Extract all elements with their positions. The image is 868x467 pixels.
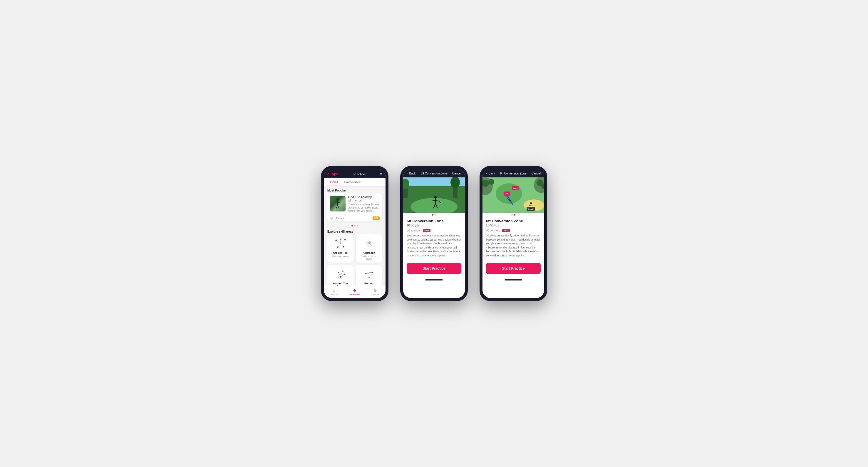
tabs-bar: Drills Favourites [324,178,385,187]
phone3-content: Hit Miss SAND [483,177,544,298]
tab-favourites[interactable]: Favourites [341,178,364,186]
svg-line-67 [529,206,533,206]
phone3-detail-info: 6ft Conversion Zone 10-50 yds ☆ 🕐 20 sho… [483,216,544,260]
svg-line-27 [341,271,343,275]
skill-desc-approach: Dial-in to hit the green [358,255,380,260]
skill-card-around-green[interactable]: Around The Green Hone your short game [327,265,353,286]
phone1-content: Most Popular [324,187,385,286]
svg-point-55 [488,179,494,185]
back-button[interactable]: < Back [407,172,416,175]
phone2-header: < Back 6ft Conversion Zone Cancel [403,169,465,177]
phone-1: clippd Practice ≡ Drills Favourites Most… [321,166,389,301]
phone3-favourite-icon[interactable]: ☆ [538,219,541,222]
drill-card-subtitle: Off The Tee [348,199,372,202]
svg-point-12 [343,246,344,247]
most-popular-label: Most Popular [324,187,385,193]
drill-favourite-icon[interactable]: ☆ [459,219,461,222]
menu-icon[interactable]: ≡ [380,172,382,176]
drill-photo [403,177,465,213]
skill-name-approach: Approach [363,252,375,254]
drill-title: 6ft Conversion Zone [407,219,444,223]
svg-line-7 [341,240,345,244]
phone1-header: clippd Practice ≡ [324,169,385,178]
phone3-start-practice-button[interactable]: Start Practice [486,263,541,274]
home-bar [425,279,443,280]
svg-text:SAND: SAND [528,208,533,210]
phone2-content: 6ft Conversion Zone 10-50 yds ☆ 🕐 20 sho… [403,177,465,298]
drill-range: 10-50 yds [407,224,444,227]
featured-drill-card[interactable]: Find The Fairway Off The Tee ☆ Create an… [327,193,382,222]
svg-point-31 [369,277,370,278]
phone3-drill-meta: 🕐 20 shots ARG [486,229,541,232]
capture-icon: ⊕ [373,288,377,293]
nav-activities-label: Activities [349,293,360,296]
golfer-svg [333,198,342,209]
svg-line-6 [336,240,341,244]
start-practice-button[interactable]: Start Practice [407,263,461,274]
home-indicator [403,277,465,282]
skill-icon-atg [333,268,348,281]
drill-tag: ARG [423,229,431,232]
home-icon: ⌂ [333,288,335,293]
drill-card-title: Find The Fairway [348,196,372,199]
skill-card-putting[interactable]: Putting Make and lag practice [356,265,382,286]
favourite-star-icon[interactable]: ☆ [377,196,380,199]
nav-home-label: Home [331,293,337,296]
svg-point-65 [530,202,532,204]
drill-card-desc: Create an imaginary fairway using trees … [348,203,380,213]
drill-card-info: Find The Fairway Off The Tee ☆ Create an… [348,196,380,213]
tab-drills[interactable]: Drills [327,178,341,186]
skill-desc-ott: Power accuracy [332,255,349,258]
phone3-home-indicator [483,277,544,282]
nav-capture-label: Capture [371,293,379,296]
svg-point-18 [369,243,370,244]
phone3-drill-tag: ARG [502,229,510,232]
phone3-home-bar [504,279,522,280]
ott-tag: OTT [373,216,380,220]
nav-home[interactable]: ⌂ Home [324,288,344,296]
drill-meta: 🕐 20 shots ARG [407,229,461,232]
skill-name-ott: Off The Tee [333,252,348,254]
svg-point-11 [344,239,346,240]
skill-card-off-the-tee[interactable]: Off The Tee Power accuracy [327,234,353,263]
explore-label: Explore skill areas [324,228,385,234]
app-logo: clippd [327,172,339,176]
cancel-button[interactable]: Cancel [452,172,461,175]
phone3-cancel-button[interactable]: Cancel [532,172,541,175]
svg-line-3 [336,205,338,208]
phone2-title: 6ft Conversion Zone [421,172,447,175]
nav-activities[interactable]: ♣ Activities [344,288,365,296]
svg-point-0 [336,198,339,201]
phone3-title: 6ft Conversion Zone [500,172,527,175]
carousel-dots [324,224,385,228]
skill-icon-approach [361,237,377,250]
shots-clock-icon: 🕐 [407,229,410,232]
img-dot-1 [432,214,433,215]
img-dot-2 [435,214,436,215]
skill-icon-putting [361,268,377,281]
phone3-drill-shots: 🕐 20 shots [486,229,500,232]
map-image-dots [483,213,544,216]
map-dot-2 [514,214,516,215]
phone-3: < Back 6ft Conversion Zone Cancel [479,166,547,301]
phone3-header: < Back 6ft Conversion Zone Cancel [483,169,544,177]
dot-2 [354,225,355,227]
skill-card-approach[interactable]: Approach Dial-in to hit the green [356,234,382,263]
svg-line-4 [338,205,339,208]
skill-icon-ott [333,237,348,250]
phone3-drill-description: 20 shots are randomly generated at dista… [486,234,541,258]
phone3-back-button[interactable]: < Back [486,172,495,175]
nav-capture[interactable]: ⊕ Capture [365,288,385,296]
phone3-drill-range: 10-50 yds [486,224,523,227]
activities-icon: ♣ [353,288,356,293]
phone3-drill-title-row: 6ft Conversion Zone 10-50 yds ☆ [486,219,541,227]
skill-name-putting: Putting [364,282,373,285]
drill-shots: 🕐 20 shots [407,229,421,232]
image-dots [403,213,465,216]
dot-3 [357,225,358,227]
drill-description: 20 shots are randomly generated at dista… [407,234,461,258]
header-title: Practice [353,172,365,176]
svg-point-22 [340,276,341,277]
drill-title-row: 6ft Conversion Zone 10-50 yds ☆ [407,219,461,227]
phones-container: clippd Practice ≡ Drills Favourites Most… [321,166,547,301]
